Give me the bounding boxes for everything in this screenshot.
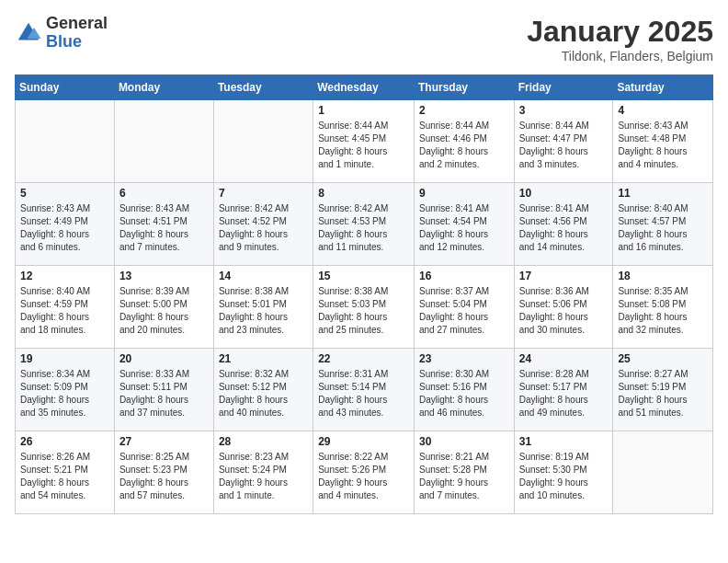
day-number: 21 bbox=[219, 352, 308, 365]
day-info: Sunrise: 8:42 AM Sunset: 4:52 PM Dayligh… bbox=[219, 202, 308, 254]
calendar-week-5: 26Sunrise: 8:26 AM Sunset: 5:21 PM Dayli… bbox=[16, 431, 713, 514]
calendar-cell: 29Sunrise: 8:22 AM Sunset: 5:26 PM Dayli… bbox=[313, 431, 415, 514]
calendar-cell: 19Sunrise: 8:34 AM Sunset: 5:09 PM Dayli… bbox=[16, 349, 115, 431]
day-info: Sunrise: 8:38 AM Sunset: 5:01 PM Dayligh… bbox=[219, 285, 308, 337]
day-info: Sunrise: 8:44 AM Sunset: 4:47 PM Dayligh… bbox=[519, 120, 609, 171]
day-info: Sunrise: 8:34 AM Sunset: 5:09 PM Dayligh… bbox=[20, 368, 109, 419]
calendar-body: 1Sunrise: 8:44 AM Sunset: 4:45 PM Daylig… bbox=[16, 100, 713, 514]
day-number: 31 bbox=[519, 435, 609, 448]
day-info: Sunrise: 8:22 AM Sunset: 5:26 PM Dayligh… bbox=[318, 451, 409, 502]
calendar-cell: 18Sunrise: 8:35 AM Sunset: 5:08 PM Dayli… bbox=[613, 266, 713, 349]
day-info: Sunrise: 8:43 AM Sunset: 4:48 PM Dayligh… bbox=[618, 120, 708, 171]
day-number: 14 bbox=[219, 270, 308, 282]
calendar-cell bbox=[16, 100, 115, 183]
logo: General Blue bbox=[15, 15, 108, 52]
calendar-cell: 4Sunrise: 8:43 AM Sunset: 4:48 PM Daylig… bbox=[613, 100, 713, 183]
day-info: Sunrise: 8:40 AM Sunset: 4:59 PM Dayligh… bbox=[20, 285, 109, 337]
day-info: Sunrise: 8:44 AM Sunset: 4:46 PM Dayligh… bbox=[419, 120, 509, 171]
day-info: Sunrise: 8:36 AM Sunset: 5:06 PM Dayligh… bbox=[519, 285, 609, 337]
day-info: Sunrise: 8:44 AM Sunset: 4:45 PM Dayligh… bbox=[318, 120, 409, 171]
day-info: Sunrise: 8:27 AM Sunset: 5:19 PM Dayligh… bbox=[618, 368, 708, 419]
day-number: 2 bbox=[419, 104, 509, 117]
calendar-cell: 22Sunrise: 8:31 AM Sunset: 5:14 PM Dayli… bbox=[313, 349, 415, 431]
weekday-header-sunday: Sunday bbox=[16, 75, 115, 100]
day-number: 17 bbox=[519, 270, 609, 282]
day-info: Sunrise: 8:30 AM Sunset: 5:16 PM Dayligh… bbox=[419, 368, 509, 419]
weekday-header-thursday: Thursday bbox=[414, 75, 514, 100]
location: Tildonk, Flanders, Belgium bbox=[527, 49, 713, 63]
page-header: General Blue January 2025 Tildonk, Fland… bbox=[15, 15, 713, 63]
day-info: Sunrise: 8:41 AM Sunset: 4:54 PM Dayligh… bbox=[419, 202, 509, 254]
calendar-week-1: 1Sunrise: 8:44 AM Sunset: 4:45 PM Daylig… bbox=[16, 100, 713, 183]
calendar-cell bbox=[613, 431, 713, 514]
day-info: Sunrise: 8:41 AM Sunset: 4:56 PM Dayligh… bbox=[519, 202, 609, 254]
weekday-header-tuesday: Tuesday bbox=[213, 75, 313, 100]
calendar-cell: 12Sunrise: 8:40 AM Sunset: 4:59 PM Dayli… bbox=[16, 266, 115, 349]
calendar-cell: 16Sunrise: 8:37 AM Sunset: 5:04 PM Dayli… bbox=[414, 266, 514, 349]
day-info: Sunrise: 8:31 AM Sunset: 5:14 PM Dayligh… bbox=[318, 368, 409, 419]
weekday-header-wednesday: Wednesday bbox=[313, 75, 415, 100]
day-info: Sunrise: 8:32 AM Sunset: 5:12 PM Dayligh… bbox=[219, 368, 308, 419]
calendar-cell: 21Sunrise: 8:32 AM Sunset: 5:12 PM Dayli… bbox=[213, 349, 313, 431]
day-info: Sunrise: 8:23 AM Sunset: 5:24 PM Dayligh… bbox=[219, 451, 308, 502]
day-number: 8 bbox=[318, 187, 409, 200]
day-number: 15 bbox=[318, 270, 409, 282]
calendar-cell: 6Sunrise: 8:43 AM Sunset: 4:51 PM Daylig… bbox=[114, 183, 213, 266]
day-number: 20 bbox=[119, 352, 209, 365]
day-info: Sunrise: 8:26 AM Sunset: 5:21 PM Dayligh… bbox=[20, 451, 109, 502]
day-number: 28 bbox=[219, 435, 308, 448]
calendar-cell: 3Sunrise: 8:44 AM Sunset: 4:47 PM Daylig… bbox=[514, 100, 613, 183]
day-info: Sunrise: 8:28 AM Sunset: 5:17 PM Dayligh… bbox=[519, 368, 609, 419]
day-info: Sunrise: 8:38 AM Sunset: 5:03 PM Dayligh… bbox=[318, 285, 409, 337]
day-number: 7 bbox=[219, 187, 308, 200]
day-info: Sunrise: 8:37 AM Sunset: 5:04 PM Dayligh… bbox=[419, 285, 509, 337]
calendar-cell: 24Sunrise: 8:28 AM Sunset: 5:17 PM Dayli… bbox=[514, 349, 613, 431]
logo-blue: Blue bbox=[46, 33, 108, 52]
day-info: Sunrise: 8:43 AM Sunset: 4:49 PM Dayligh… bbox=[20, 202, 109, 254]
day-number: 23 bbox=[419, 352, 509, 365]
day-number: 6 bbox=[119, 187, 209, 200]
calendar-cell: 31Sunrise: 8:19 AM Sunset: 5:30 PM Dayli… bbox=[514, 431, 613, 514]
calendar-table: SundayMondayTuesdayWednesdayThursdayFrid… bbox=[15, 75, 713, 514]
day-number: 3 bbox=[519, 104, 609, 117]
day-number: 25 bbox=[618, 352, 708, 365]
calendar-header: SundayMondayTuesdayWednesdayThursdayFrid… bbox=[16, 75, 713, 100]
calendar-cell: 2Sunrise: 8:44 AM Sunset: 4:46 PM Daylig… bbox=[414, 100, 514, 183]
calendar-cell: 20Sunrise: 8:33 AM Sunset: 5:11 PM Dayli… bbox=[114, 349, 213, 431]
day-number: 4 bbox=[618, 104, 708, 117]
calendar-cell: 9Sunrise: 8:41 AM Sunset: 4:54 PM Daylig… bbox=[414, 183, 514, 266]
calendar-cell: 15Sunrise: 8:38 AM Sunset: 5:03 PM Dayli… bbox=[313, 266, 415, 349]
day-number: 5 bbox=[20, 187, 109, 200]
calendar-cell: 23Sunrise: 8:30 AM Sunset: 5:16 PM Dayli… bbox=[414, 349, 514, 431]
calendar-cell: 27Sunrise: 8:25 AM Sunset: 5:23 PM Dayli… bbox=[114, 431, 213, 514]
day-info: Sunrise: 8:33 AM Sunset: 5:11 PM Dayligh… bbox=[119, 368, 209, 419]
calendar-week-4: 19Sunrise: 8:34 AM Sunset: 5:09 PM Dayli… bbox=[16, 349, 713, 431]
calendar-cell bbox=[213, 100, 313, 183]
title-block: January 2025 Tildonk, Flanders, Belgium bbox=[527, 15, 713, 63]
day-number: 22 bbox=[318, 352, 409, 365]
calendar-cell: 10Sunrise: 8:41 AM Sunset: 4:56 PM Dayli… bbox=[514, 183, 613, 266]
day-number: 12 bbox=[20, 270, 109, 282]
day-info: Sunrise: 8:39 AM Sunset: 5:00 PM Dayligh… bbox=[119, 285, 209, 337]
day-number: 10 bbox=[519, 187, 609, 200]
day-number: 19 bbox=[20, 352, 109, 365]
logo-icon bbox=[15, 19, 42, 47]
day-number: 24 bbox=[519, 352, 609, 365]
calendar-cell: 25Sunrise: 8:27 AM Sunset: 5:19 PM Dayli… bbox=[613, 349, 713, 431]
calendar-cell: 26Sunrise: 8:26 AM Sunset: 5:21 PM Dayli… bbox=[16, 431, 115, 514]
month-title: January 2025 bbox=[527, 15, 713, 49]
calendar-cell: 14Sunrise: 8:38 AM Sunset: 5:01 PM Dayli… bbox=[213, 266, 313, 349]
day-number: 29 bbox=[318, 435, 409, 448]
calendar-cell: 13Sunrise: 8:39 AM Sunset: 5:00 PM Dayli… bbox=[114, 266, 213, 349]
weekday-header-monday: Monday bbox=[114, 75, 213, 100]
day-info: Sunrise: 8:19 AM Sunset: 5:30 PM Dayligh… bbox=[519, 451, 609, 502]
calendar-cell: 11Sunrise: 8:40 AM Sunset: 4:57 PM Dayli… bbox=[613, 183, 713, 266]
day-number: 30 bbox=[419, 435, 509, 448]
day-info: Sunrise: 8:43 AM Sunset: 4:51 PM Dayligh… bbox=[119, 202, 209, 254]
day-number: 26 bbox=[20, 435, 109, 448]
day-number: 13 bbox=[119, 270, 209, 282]
calendar-week-2: 5Sunrise: 8:43 AM Sunset: 4:49 PM Daylig… bbox=[16, 183, 713, 266]
weekday-row: SundayMondayTuesdayWednesdayThursdayFrid… bbox=[16, 75, 713, 100]
day-number: 27 bbox=[119, 435, 209, 448]
day-number: 18 bbox=[618, 270, 708, 282]
